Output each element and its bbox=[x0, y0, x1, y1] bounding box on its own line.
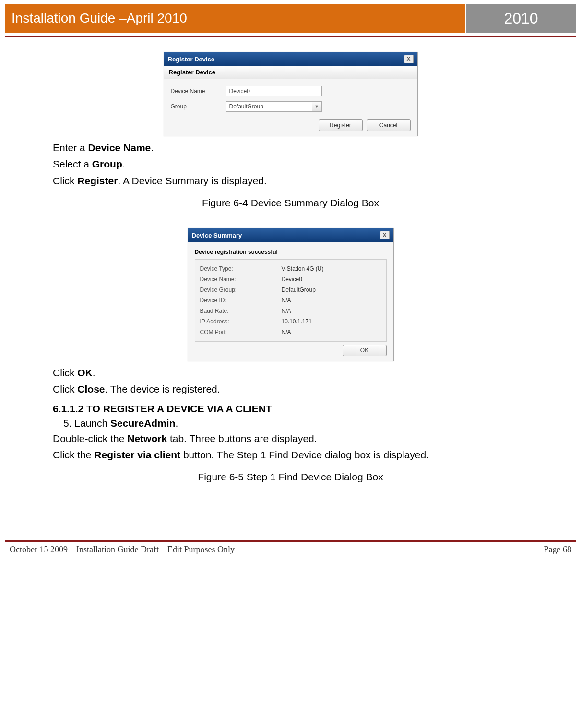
summary-row: COM Port:N/A bbox=[200, 327, 381, 337]
summary-row: Device Type:V-Station 4G (U) bbox=[200, 263, 381, 274]
dialog-buttons: Register Cancel bbox=[171, 117, 411, 131]
summary-row: IP Address:10.10.1.171 bbox=[200, 316, 381, 327]
registration-status: Device registration successful bbox=[195, 249, 387, 255]
step-5: 5. Launch SecureAdmin. bbox=[63, 418, 528, 429]
chevron-down-icon[interactable]: ▼ bbox=[312, 102, 321, 111]
dialog-title-text: Register Device bbox=[168, 56, 215, 63]
register-button[interactable]: Register bbox=[319, 119, 363, 131]
dialog-body: Device registration successful Device Ty… bbox=[188, 242, 393, 361]
instr-register-via-client: Click the Register via client button. Th… bbox=[53, 448, 528, 462]
instr-click-close: Click Close. The device is registered. bbox=[53, 382, 528, 396]
header-year: 2010 bbox=[466, 4, 576, 33]
dialog-body: Device Name Device0 Group DefaultGroup ▼… bbox=[164, 79, 417, 136]
header-title: Installation Guide –April 2010 bbox=[5, 4, 466, 33]
footer-left: October 15 2009 – Installation Guide Dra… bbox=[10, 545, 235, 555]
instr-click-ok: Click OK. bbox=[53, 366, 528, 380]
group-label: Group bbox=[171, 103, 226, 110]
summary-row: Device ID:N/A bbox=[200, 295, 381, 306]
instr-select-group: Select a Group. bbox=[53, 157, 528, 171]
instr-enter-device-name: Enter a Device Name. bbox=[53, 141, 528, 155]
device-name-label: Device Name bbox=[171, 88, 226, 95]
footer-right: Page 68 bbox=[544, 545, 572, 555]
device-name-row: Device Name Device0 bbox=[171, 86, 411, 96]
cancel-button[interactable]: Cancel bbox=[367, 119, 411, 131]
dialog-title-text: Device Summary bbox=[192, 232, 242, 239]
close-icon[interactable]: X bbox=[380, 231, 390, 239]
summary-row: Device Name:Device0 bbox=[200, 274, 381, 285]
summary-row: Baud Rate:N/A bbox=[200, 306, 381, 316]
instr-network-tab: Double-click the Network tab. Three butt… bbox=[53, 432, 528, 445]
summary-box: Device Type:V-Station 4G (U) Device Name… bbox=[195, 259, 387, 342]
section-heading: 6.1.1.2 TO REGISTER A DEVICE VIA A CLIEN… bbox=[53, 403, 528, 415]
page-footer: October 15 2009 – Installation Guide Dra… bbox=[0, 542, 581, 563]
register-tab: Register Device bbox=[164, 66, 417, 79]
figure-6-4-caption: Figure 6-4 Device Summary Dialog Box bbox=[53, 197, 528, 209]
register-device-dialog: Register Device X Register Device Device… bbox=[164, 52, 418, 136]
page-content: Register Device X Register Device Device… bbox=[0, 37, 581, 483]
group-row: Group DefaultGroup ▼ bbox=[171, 101, 411, 112]
dialog-titlebar: Device Summary X bbox=[188, 228, 393, 242]
summary-row: Device Group:DefaultGroup bbox=[200, 285, 381, 295]
device-name-input[interactable]: Device0 bbox=[226, 86, 322, 96]
ok-button[interactable]: OK bbox=[343, 345, 387, 356]
dialog-titlebar: Register Device X bbox=[164, 52, 417, 66]
device-summary-dialog: Device Summary X Device registration suc… bbox=[188, 228, 394, 361]
instr-click-register: Click Register. A Device Summary is disp… bbox=[53, 174, 528, 188]
dialog-buttons: OK bbox=[195, 342, 387, 356]
figure-6-5-caption: Figure 6-5 Step 1 Find Device Dialog Box bbox=[53, 471, 528, 483]
group-select[interactable]: DefaultGroup ▼ bbox=[226, 101, 322, 112]
close-icon[interactable]: X bbox=[404, 55, 414, 63]
page-header: Installation Guide –April 2010 2010 bbox=[5, 4, 576, 33]
group-select-value: DefaultGroup bbox=[226, 102, 312, 111]
